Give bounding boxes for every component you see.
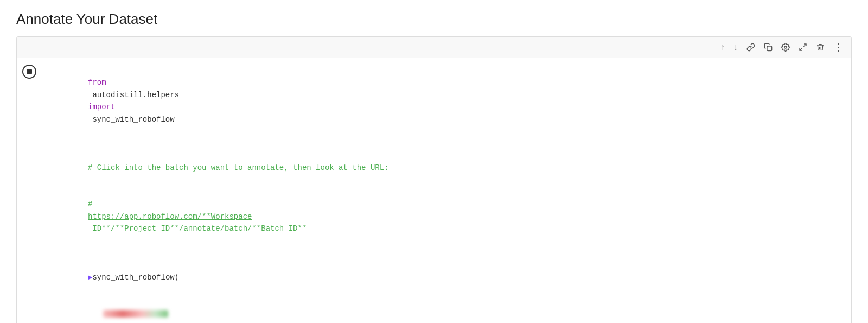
delete-button[interactable]: [813, 42, 827, 53]
cell-gutter: [17, 58, 42, 85]
settings-button[interactable]: [778, 42, 793, 53]
page-title: Annotate Your Dataset: [16, 11, 852, 28]
code-line-blank: [42, 137, 846, 149]
code-content: from autodistill.helpers import sync_wit…: [42, 58, 851, 323]
svg-rect-0: [767, 46, 772, 51]
func-call-name: sync_with_roboflow(: [92, 273, 179, 282]
code-cell: from autodistill.helpers import sync_wit…: [16, 58, 852, 323]
code-comment-2: # https://app.roboflow.com/**Workspace I…: [42, 186, 846, 247]
stop-icon: [27, 69, 32, 74]
code-line-1: from autodistill.helpers import sync_wit…: [42, 65, 846, 137]
comment-link[interactable]: https://app.roboflow.com/**Workspace: [88, 212, 252, 221]
comment-prefix: #: [88, 200, 97, 208]
redacted-param-1a: [103, 310, 168, 318]
move-down-button[interactable]: ↓: [731, 41, 741, 53]
page-container: Annotate Your Dataset ↑ ↓: [0, 0, 868, 323]
comment-text-1: # Click into the batch you want to annot…: [88, 163, 389, 172]
code-comment-1: # Click into the batch you want to annot…: [42, 150, 846, 186]
copy-button[interactable]: [761, 42, 775, 53]
svg-line-2: [803, 44, 806, 47]
keyword-from: from: [88, 78, 106, 87]
comment-suffix: ID**/**Project ID**/annotate/batch/**Bat…: [88, 224, 307, 233]
expand-button[interactable]: [796, 42, 810, 53]
keyword-import: import: [88, 103, 115, 111]
run-button[interactable]: [22, 65, 36, 79]
code-redacted-1: ,: [42, 295, 846, 323]
more-options-button[interactable]: ⋮: [831, 40, 846, 54]
move-up-button[interactable]: ↑: [718, 41, 727, 53]
code-line-blank2: [42, 247, 846, 259]
module-name: autodistill.helpers: [88, 91, 183, 99]
func-name: sync_with_roboflow: [88, 115, 175, 124]
svg-point-1: [784, 46, 787, 48]
link-button[interactable]: [744, 42, 758, 53]
cell-row: from autodistill.helpers import sync_wit…: [17, 58, 851, 323]
cell-toolbar: ↑ ↓: [16, 36, 852, 58]
svg-line-3: [800, 48, 802, 50]
code-func-call: ▶sync_with_roboflow(: [42, 259, 846, 295]
